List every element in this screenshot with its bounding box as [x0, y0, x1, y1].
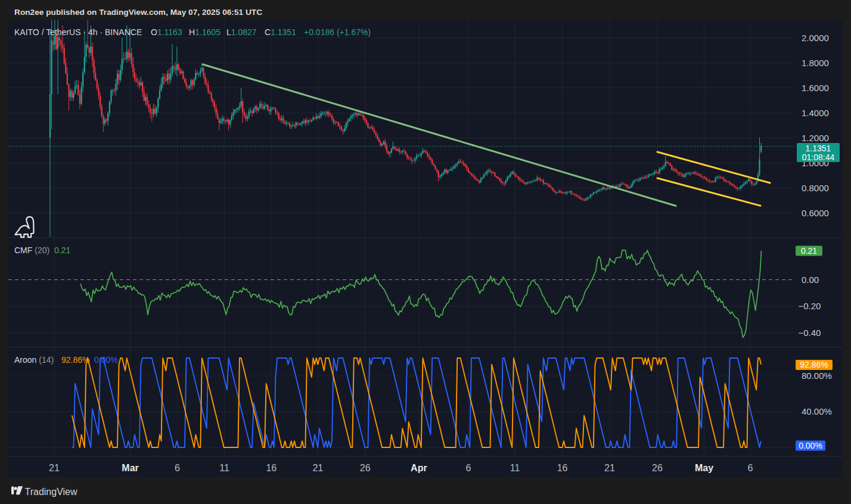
svg-text:26: 26 — [360, 463, 371, 473]
svg-text:80.00%: 80.00% — [802, 371, 832, 381]
svg-text:1.8000: 1.8000 — [802, 58, 829, 68]
svg-text:0.21: 0.21 — [801, 246, 817, 256]
svg-text:92.86%: 92.86% — [800, 360, 828, 369]
svg-text:−0.40: −0.40 — [799, 328, 821, 338]
svg-text:1.4000: 1.4000 — [802, 108, 829, 118]
svg-text:01:08:44: 01:08:44 — [802, 153, 835, 162]
svg-text:CMF (20)0.21: CMF (20)0.21 — [14, 245, 70, 255]
svg-text:21: 21 — [312, 463, 323, 473]
svg-text:40.00%: 40.00% — [802, 406, 832, 416]
svg-text:21: 21 — [49, 463, 60, 473]
svg-text:26: 26 — [652, 463, 663, 473]
svg-text:KAITO / TetherUS · 4h · BINANC: KAITO / TetherUS · 4h · BINANCEO1.1163H1… — [14, 27, 371, 37]
svg-text:6: 6 — [175, 463, 180, 473]
svg-text:0.00: 0.00 — [802, 275, 819, 285]
svg-text:1.6000: 1.6000 — [802, 83, 829, 93]
svg-text:−0.20: −0.20 — [799, 301, 821, 311]
svg-text:2.0000: 2.0000 — [802, 33, 829, 43]
svg-text:May: May — [695, 463, 713, 473]
svg-text:0.6000: 0.6000 — [802, 208, 829, 218]
svg-text:1.2000: 1.2000 — [802, 133, 829, 143]
svg-text:Apr: Apr — [411, 463, 427, 473]
svg-text:Mar: Mar — [122, 463, 138, 473]
svg-text:6: 6 — [466, 463, 471, 473]
svg-text:11: 11 — [219, 463, 229, 473]
svg-text:Aroon (14)92.86%0.00%: Aroon (14)92.86%0.00% — [14, 355, 118, 365]
svg-text:11: 11 — [510, 463, 520, 473]
svg-text:16: 16 — [557, 463, 568, 473]
svg-text:Ron2ee published on TradingVie: Ron2ee published on TradingView.com, May… — [14, 8, 262, 17]
svg-text:21: 21 — [604, 463, 615, 473]
svg-text:0.8000: 0.8000 — [802, 183, 829, 193]
svg-text:16: 16 — [266, 463, 277, 473]
svg-text:TradingView: TradingView — [25, 487, 77, 497]
svg-text:6: 6 — [748, 463, 753, 473]
svg-text:0.00%: 0.00% — [799, 441, 822, 450]
